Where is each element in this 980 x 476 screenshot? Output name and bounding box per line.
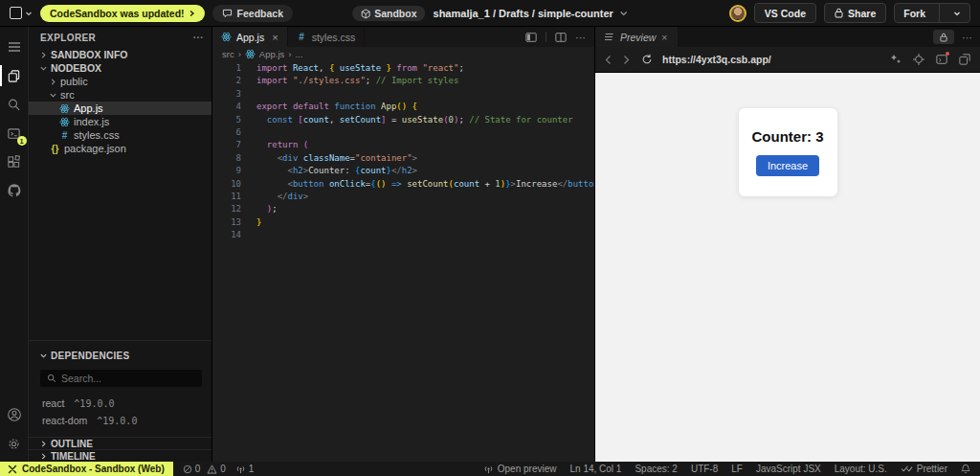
eol-setting[interactable]: LF [731,464,743,474]
close-icon[interactable]: × [272,32,278,43]
problems-indicator[interactable]: 0 0 [183,464,226,474]
tab-preview[interactable]: Preview × [595,27,678,47]
account-button[interactable] [0,400,29,429]
tab-stylescss[interactable]: # styles.css [288,27,366,47]
sidebar-item-search[interactable] [0,90,29,119]
code-line-5[interactable]: 5 const [count, setCount] = useState(0);… [212,114,594,126]
sidebar-item-github[interactable] [0,176,29,205]
menu-button[interactable] [0,33,29,61]
line-number: 9 [212,165,241,177]
file-tree-item-src[interactable]: src [29,88,212,102]
code-line-11[interactable]: 11 </div> [212,191,594,203]
remote-indicator[interactable]: CodeSandbox - Sandbox (Web) [0,462,173,476]
code-line-12[interactable]: 12 ); [212,203,594,215]
dependency-item-react-dom[interactable]: react-dom^19.0.0 [29,412,212,429]
chevron-right-icon [189,10,195,17]
forward-button[interactable] [623,55,630,65]
code-line-7[interactable]: 7 return ( [212,139,594,151]
fork-button-group: Fork [894,3,970,23]
sidebar-item-extensions[interactable] [0,147,29,176]
console-button[interactable] [936,54,947,65]
settings-button[interactable] [0,429,29,458]
line-number: 2 [212,75,241,87]
console-error-dot [946,52,949,56]
file-tree-item-public[interactable]: public [29,75,212,88]
keyboard-layout[interactable]: Layout: U.S. [835,464,887,474]
avatar[interactable] [729,5,746,22]
code-line-6[interactable]: 6 [212,126,594,139]
file-tree-item-index-js[interactable]: index.js [29,115,212,128]
formatter-indicator[interactable]: Prettier [901,464,947,474]
close-icon[interactable]: × [661,32,667,43]
tab-appjs[interactable]: App.js × [212,27,288,47]
fork-options-button[interactable] [945,4,969,22]
dependencies-search-input[interactable] [61,373,186,384]
refresh-button[interactable] [641,54,653,65]
explorer-sidebar: EXPLORER ··· SANDBOX INFONODEBOXpublicsr… [29,27,212,462]
dependencies-search[interactable] [40,370,202,387]
dependency-item-react[interactable]: react^19.0.0 [29,395,212,412]
code-editor[interactable]: 1import React, { useState } from "react"… [212,60,594,462]
code-line-10[interactable]: 10 <button onClick={() => setCount(count… [212,178,594,191]
file-tree-item-nodebox[interactable]: NODEBOX [29,61,212,75]
fork-button-label: Fork [903,8,925,19]
line-number: 12 [212,203,241,215]
ports-indicator[interactable]: 1 [235,464,255,474]
open-preview-button[interactable]: Open preview [483,464,557,474]
editor-group: App.js × # styles.css ··· [212,27,595,462]
breadcrumb[interactable]: src › App.js › ... [212,47,594,60]
explorer-more-button[interactable]: ··· [193,33,204,43]
code-line-4[interactable]: 4export default function App() { [212,101,594,113]
preview-lock-button[interactable] [933,30,954,44]
resize-preview-button[interactable] [890,54,902,65]
preview-url-bar: https://4yxt3q.csb.app/ [595,47,980,73]
vscode-button[interactable]: VS Code [754,3,816,23]
timeline-section-header[interactable]: TIMELINE [29,449,212,462]
file-tree-item-styles-css[interactable]: #styles.css [29,128,212,142]
code-line-13[interactable]: 13} [212,216,594,229]
sparkle-icon [890,54,902,65]
code-line-3[interactable]: 3 [212,88,594,101]
fork-button[interactable]: Fork [895,4,934,22]
code-line-2[interactable]: 2import "./styles.css"; // Import styles [212,75,594,87]
split-editor-button[interactable] [555,32,567,43]
update-banner-button[interactable]: CodeSandbox was updated! [40,5,205,22]
file-tree-item-app-js[interactable]: App.js [29,102,212,115]
open-external-button[interactable] [959,54,970,65]
code-line-8[interactable]: 8 <div className="container"> [212,152,594,165]
code-line-14[interactable]: 14 [212,229,594,241]
file-tree-item-sandbox-info[interactable]: SANDBOX INFO [29,48,212,61]
outline-section-header[interactable]: OUTLINE [29,437,212,449]
share-button[interactable]: Share [824,3,886,23]
encoding-setting[interactable]: UTF-8 [691,464,718,474]
code-line-9[interactable]: 9 <h2>Counter: {count}</h2> [212,165,594,177]
notifications-button[interactable] [961,464,970,474]
project-breadcrumb[interactable]: shamalja_1 / Drafts / simple-counter [434,8,628,19]
share-button-label: Share [848,8,876,19]
increase-button[interactable]: Increase [756,155,819,176]
toggle-panel-button[interactable] [525,32,537,43]
breadcrumb-file: App.js [259,49,284,59]
sidebar-spacer [29,155,212,340]
sidebar-item-explorer[interactable] [0,61,29,90]
url-field[interactable]: https://4yxt3q.csb.app/ [662,54,880,65]
feedback-label: Feedback [237,8,283,19]
inspect-element-button[interactable] [913,54,924,65]
code-line-1[interactable]: 1import React, { useState } from "react"… [212,62,594,75]
feedback-button[interactable]: Feedback [212,5,293,22]
devtools-badge: 1 [17,136,27,146]
editor-more-button[interactable]: ··· [575,32,586,43]
workspace-menu-button[interactable] [10,7,33,19]
file-tree-item-package-json[interactable]: {}package.json [29,142,212,155]
divider [546,32,546,42]
language-mode[interactable]: JavaScript JSX [756,464,821,474]
preview-more-button[interactable]: ··· [962,32,972,43]
code-line-text: import "./styles.css"; // Import styles [241,75,458,87]
back-button[interactable] [605,55,612,65]
sidebar-item-devtools[interactable]: 1 [0,119,29,147]
file-tree-item-label: index.js [74,116,109,127]
dependencies-header[interactable]: DEPENDENCIES [29,347,212,364]
indentation-setting[interactable]: Spaces: 2 [635,464,677,474]
cursor-position[interactable]: Ln 14, Col 1 [569,464,621,474]
sandbox-type-badge[interactable]: Sandbox [352,6,425,21]
